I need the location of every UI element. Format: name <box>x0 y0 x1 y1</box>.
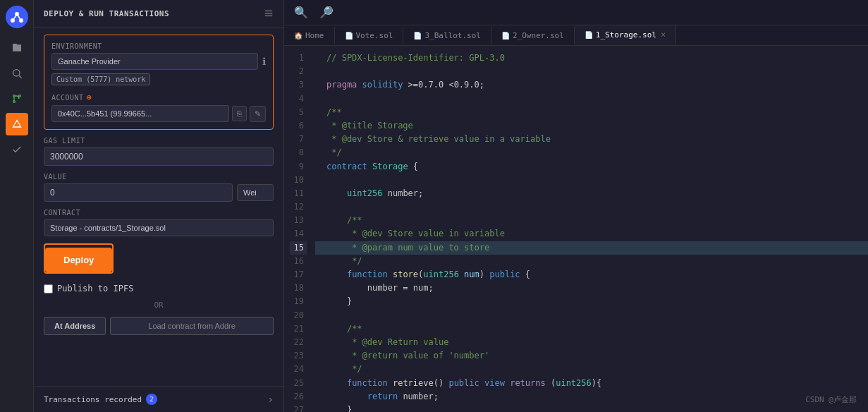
code-line-1: // SPDX-License-Identifier: GPL-3.0 <box>315 52 868 65</box>
sidebar-icon-search[interactable] <box>6 62 28 85</box>
deploy-btn-wrapper: Deploy <box>44 243 114 274</box>
deploy-panel-body: ENVIRONMENT Ganache Provider ℹ Custom (5… <box>34 28 283 342</box>
environment-select[interactable]: Ganache Provider <box>51 53 258 70</box>
account-plus-icon[interactable]: ⊕ <box>87 92 92 102</box>
line-number-5: 5 <box>290 106 307 119</box>
tab-owner-icon: 📄 <box>501 32 510 40</box>
value-row: Wei Gwei Finney Ether <box>44 183 274 202</box>
line-number-10: 10 <box>290 174 307 187</box>
code-line-14: * @dev Store value in variable <box>315 227 868 241</box>
value-field: VALUE Wei Gwei Finney Ether <box>44 173 274 202</box>
zoom-out-btn[interactable]: 🔎 <box>317 4 336 20</box>
value-input[interactable] <box>44 183 233 202</box>
sidebar-icon-deploy[interactable] <box>6 113 28 135</box>
account-label: ACCOUNT ⊕ <box>51 92 266 102</box>
code-line-20 <box>315 309 868 322</box>
gas-limit-input[interactable] <box>44 147 274 166</box>
line-number-21: 21 <box>290 322 307 336</box>
code-line-26: return number; <box>315 390 868 404</box>
code-line-18: number = num; <box>315 281 868 295</box>
line-number-19: 19 <box>290 295 307 308</box>
value-label: VALUE <box>44 173 274 181</box>
code-line-3: pragma solidity >=0.7.0 <0.9.0; <box>315 78 868 92</box>
panel-menu-icon[interactable] <box>264 8 274 18</box>
svg-rect-11 <box>265 13 273 13</box>
line-number-1: 1 <box>290 52 307 65</box>
tab-owner[interactable]: 📄 2_Owner.sol <box>491 27 575 44</box>
code-line-24: */ <box>315 363 868 376</box>
tab-storage-close-icon[interactable]: × <box>661 30 666 40</box>
account-edit-btn[interactable]: ✎ <box>250 106 266 122</box>
code-line-9: contract Storage { <box>315 160 868 174</box>
code-content[interactable]: // SPDX-License-Identifier: GPL-3.0 prag… <box>315 46 868 412</box>
environment-info-icon[interactable]: ℹ <box>262 56 266 67</box>
deploy-panel-title: DEPLOY & RUN TRANSACTIONS <box>44 9 169 18</box>
account-select[interactable]: 0x40C...5b451 (99.99665... <box>51 105 229 122</box>
tab-storage-label: 1_Storage.sol <box>596 30 656 40</box>
line-number-26: 26 <box>290 390 307 404</box>
tab-ballot-label: 3_Ballot.sol <box>424 31 480 40</box>
code-editor[interactable]: 1234567891011121314151617181920212223242… <box>284 46 868 412</box>
environment-account-section: ENVIRONMENT Ganache Provider ℹ Custom (5… <box>44 35 274 130</box>
tab-vote[interactable]: 📄 Vote.sol <box>335 27 404 44</box>
line-number-27: 27 <box>290 404 307 412</box>
sidebar-icon-verify[interactable] <box>6 138 28 161</box>
svg-point-9 <box>13 101 15 103</box>
tab-storage-icon: 📄 <box>585 31 593 39</box>
code-line-15: * @param num value to store <box>315 241 868 255</box>
code-line-10 <box>315 174 868 187</box>
account-copy-btn[interactable]: ⎘ <box>232 106 247 121</box>
gas-limit-field: GAS LIMIT <box>44 137 274 166</box>
transactions-badge: 2 <box>146 394 157 405</box>
line-number-6: 6 <box>290 119 307 133</box>
app-logo <box>6 6 28 28</box>
tab-ballot[interactable]: 📄 3_Ballot.sol <box>403 27 491 44</box>
transactions-chevron-icon[interactable]: › <box>268 394 274 405</box>
code-line-5: /** <box>315 106 868 119</box>
line-number-11: 11 <box>290 187 307 200</box>
environment-select-wrapper: Ganache Provider ℹ <box>51 53 266 70</box>
line-number-13: 13 <box>290 214 307 227</box>
line-numbers: 1234567891011121314151617181920212223242… <box>284 46 315 412</box>
code-line-2 <box>315 65 868 78</box>
environment-field: ENVIRONMENT Ganache Provider ℹ Custom (5… <box>51 42 266 85</box>
publish-ipfs-label: Publish to IPFS <box>57 284 133 293</box>
sidebar-icon-files[interactable] <box>6 37 28 59</box>
svg-rect-12 <box>265 16 273 16</box>
deploy-panel-header: DEPLOY & RUN TRANSACTIONS <box>34 0 283 28</box>
svg-line-4 <box>17 14 21 20</box>
load-contract-button[interactable]: Load contract from Addre <box>110 317 274 335</box>
line-number-7: 7 <box>290 133 307 146</box>
line-number-9: 9 <box>290 160 307 174</box>
or-divider: OR <box>44 301 274 310</box>
line-number-2: 2 <box>290 65 307 78</box>
at-address-button[interactable]: At Address <box>44 317 106 335</box>
code-line-19: } <box>315 295 868 308</box>
tab-home[interactable]: 🏠 Home <box>284 27 335 44</box>
code-line-11: uint256 number; <box>315 187 868 200</box>
line-number-18: 18 <box>290 281 307 295</box>
line-number-23: 23 <box>290 349 307 363</box>
contract-field: CONTRACT Storage - contracts/1_Storage.s… <box>44 209 274 236</box>
line-number-25: 25 <box>290 377 307 390</box>
svg-line-3 <box>13 14 17 20</box>
gas-limit-label: GAS LIMIT <box>44 137 274 145</box>
code-line-7: * @dev Store & retrieve value in a varia… <box>315 133 868 146</box>
contract-label: CONTRACT <box>44 209 274 217</box>
unit-select[interactable]: Wei Gwei Finney Ether <box>237 184 274 201</box>
deploy-button[interactable]: Deploy <box>45 248 112 272</box>
contract-select[interactable]: Storage - contracts/1_Storage.sol <box>44 219 274 236</box>
editor-tabs: 🏠 Home 📄 Vote.sol 📄 3_Ballot.sol 📄 2_Own… <box>284 25 868 46</box>
svg-point-8 <box>18 95 20 97</box>
svg-point-7 <box>13 95 15 97</box>
tab-storage[interactable]: 📄 1_Storage.sol × <box>575 25 676 45</box>
code-line-13: /** <box>315 214 868 227</box>
publish-ipfs-checkbox[interactable] <box>44 284 53 293</box>
code-line-17: function store(uint256 num) public { <box>315 268 868 281</box>
sidebar-icon-git[interactable] <box>6 87 28 110</box>
transactions-bar: Transactions recorded 2 › <box>34 386 283 412</box>
code-line-16: */ <box>315 255 868 268</box>
account-field: ACCOUNT ⊕ 0x40C...5b451 (99.99665... ⎘ ✎ <box>51 92 266 122</box>
line-number-22: 22 <box>290 336 307 349</box>
zoom-in-btn[interactable]: 🔍 <box>291 4 311 20</box>
